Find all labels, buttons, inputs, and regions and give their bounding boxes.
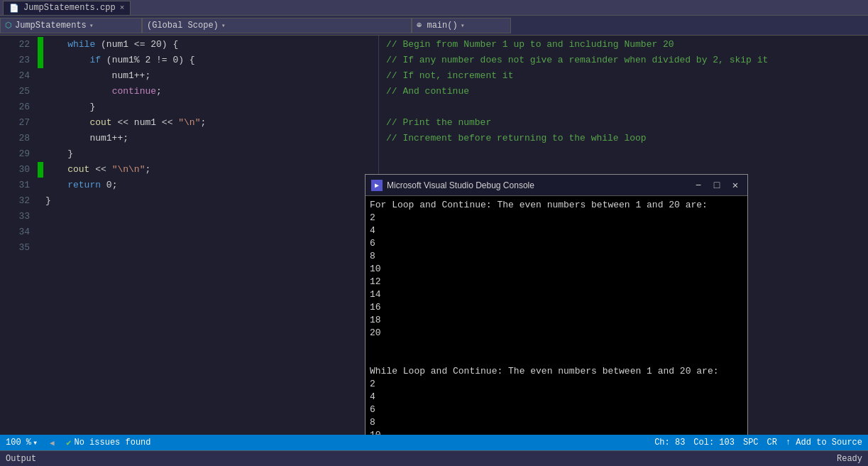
code-line: num1++; [45, 68, 378, 84]
console-output-line: 20 [370, 327, 743, 340]
comment-line: // Begin from Number 1 up to and includi… [386, 37, 868, 53]
console-minimize-button[interactable]: − [692, 179, 705, 192]
project-label: JumpStatements [15, 21, 87, 31]
console-restore-button[interactable]: □ [710, 179, 723, 192]
console-titlebar: ▶ Microsoft Visual Studio Debug Console … [366, 175, 747, 196]
issues-text: No issues found [74, 438, 150, 448]
code-line: continue; [45, 84, 378, 99]
code-line: } [45, 99, 378, 115]
code-line [45, 224, 378, 240]
console-output-line: 18 [370, 314, 743, 327]
scope-label: (Global Scope) [147, 21, 219, 31]
toolbar: ⬡ JumpStatements ▾ (Global Scope) ▾ ⊕ ma… [0, 16, 868, 36]
code-line: } [45, 146, 378, 162]
console-output-line: 4 [370, 391, 743, 403]
add-to-source-button[interactable]: ↑ Add to Source [786, 438, 862, 448]
console-body[interactable]: For Loop and Continue: The even numbers … [366, 196, 747, 435]
project-arrow-icon: ▾ [89, 21, 94, 30]
file-icon: 📄 [9, 4, 19, 13]
code-line: } [45, 193, 378, 209]
scroll-left-button[interactable]: ◀ [46, 435, 57, 450]
project-dropdown[interactable]: ⬡ JumpStatements ▾ [0, 18, 142, 33]
console-output-line: 2 [370, 212, 743, 224]
zoom-value: 100 % [6, 438, 31, 448]
ready-status: Ready [837, 454, 862, 464]
function-label: ⊕ main() [417, 20, 458, 31]
console-output-line: 10 [370, 429, 743, 435]
line-numbers: 22 23 24 25 26 27 28 29 30 31 32 33 34 3… [0, 36, 35, 435]
col-indicator: Col: 103 [693, 438, 735, 448]
console-output-line: 4 [370, 224, 743, 237]
console-output-line [370, 352, 743, 365]
code-line [45, 240, 378, 256]
check-icon: ✔ [66, 438, 71, 448]
output-label: Output [6, 454, 36, 464]
status-right: Ch: 83 Col: 103 SPC CR ↑ Add to Source [654, 438, 862, 448]
comment-line [386, 99, 868, 115]
comment-line: // And continue [386, 84, 868, 99]
console-output-line: 10 [370, 263, 743, 276]
console-output-line: 8 [370, 416, 743, 429]
status-bar: 100 % ▾ ◀ ✔ No issues found Ch: 83 Col: … [0, 435, 868, 450]
comment-line: // Print the number [386, 115, 868, 131]
console-title: Microsoft Visual Studio Debug Console [387, 180, 692, 190]
console-output-line: 6 [370, 403, 743, 416]
console-output-line: 8 [370, 250, 743, 263]
tab-label: JumpStatements.cpp [23, 3, 116, 13]
console-output-line [370, 340, 743, 352]
code-line: cout << num1 << "\n"; [45, 115, 378, 131]
function-dropdown[interactable]: ⊕ main() ▾ [412, 18, 511, 33]
code-line: cout << "\n\n"; [45, 162, 378, 178]
code-line [45, 209, 378, 224]
console-app-icon: ▶ [371, 180, 383, 191]
comment-line [386, 146, 868, 162]
zoom-arrow-icon: ▾ [33, 438, 38, 448]
console-output-line: 6 [370, 237, 743, 250]
output-bar: Output Ready [0, 450, 868, 466]
scope-arrow-icon: ▾ [221, 21, 226, 30]
gutter [35, 36, 45, 435]
title-bar: 📄 JumpStatements.cpp × [0, 0, 868, 16]
console-output-line: 12 [370, 276, 743, 288]
scope-dropdown[interactable]: (Global Scope) ▾ [142, 18, 412, 33]
tab-close-button[interactable]: × [120, 4, 125, 12]
issues-indicator: ✔ No issues found [66, 438, 150, 448]
code-editor[interactable]: 22 23 24 25 26 27 28 29 30 31 32 33 34 3… [0, 36, 378, 435]
comment-line: // If any number does not give a remaind… [386, 53, 868, 68]
console-controls: − □ ✕ [692, 179, 742, 192]
console-output-line: While Loop and Continue: The even number… [370, 365, 743, 378]
code-line: return 0; [45, 178, 378, 193]
code-lines[interactable]: while (num1 <= 20) { if (num1% 2 != 0) {… [45, 36, 378, 435]
code-line: if (num1% 2 != 0) { [45, 53, 378, 68]
console-close-button[interactable]: ✕ [729, 179, 742, 192]
console-output-line: For Loop and Continue: The even numbers … [370, 199, 743, 212]
comment-line: // If not, increment it [386, 68, 868, 84]
file-tab[interactable]: 📄 JumpStatements.cpp × [3, 1, 131, 15]
function-arrow-icon: ▾ [461, 21, 465, 30]
code-line: while (num1 <= 20) { [45, 37, 378, 53]
console-window: ▶ Microsoft Visual Studio Debug Console … [365, 174, 748, 435]
console-output-line: 14 [370, 288, 743, 301]
console-output-line: 2 [370, 378, 743, 391]
code-line: num1++; [45, 131, 378, 146]
ch-indicator: Ch: 83 [654, 438, 685, 448]
cr-indicator: CR [767, 438, 777, 448]
project-icon: ⬡ [5, 21, 12, 30]
console-output-line: 16 [370, 301, 743, 314]
spc-indicator: SPC [743, 438, 759, 448]
zoom-level[interactable]: 100 % ▾ [6, 438, 38, 448]
editor-area: 22 23 24 25 26 27 28 29 30 31 32 33 34 3… [0, 36, 868, 435]
comment-line: // Increment before returning to the whi… [386, 131, 868, 146]
console-icon-symbol: ▶ [375, 181, 379, 190]
